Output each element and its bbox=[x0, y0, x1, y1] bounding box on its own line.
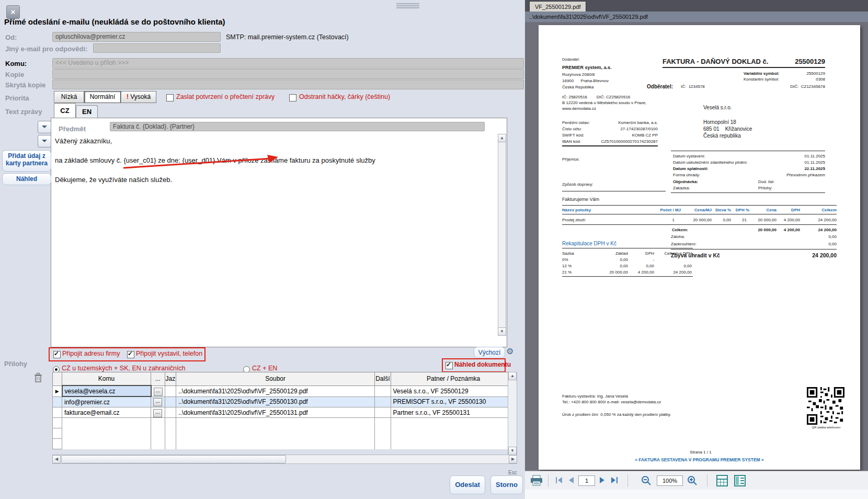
priority-low-button[interactable]: Nízká bbox=[54, 91, 84, 103]
items-total-sum: 24 200,00 bbox=[800, 228, 837, 232]
scroll-down-icon[interactable]: ▼ bbox=[498, 327, 506, 336]
cell-komu[interactable]: fakturace@email.cz bbox=[62, 407, 151, 418]
table-row: ▶ vesela@vesela.cz ... ..\dokument\fa31\… bbox=[53, 385, 517, 396]
header-komu[interactable]: Komu bbox=[62, 372, 151, 386]
header-dalsi[interactable]: Další bbox=[375, 372, 391, 386]
header-dots[interactable]: ... bbox=[151, 372, 165, 386]
layout-view-icon[interactable] bbox=[734, 475, 746, 486]
subject-insert-field-button[interactable] bbox=[38, 121, 51, 133]
body-insert-field-button[interactable] bbox=[38, 135, 51, 148]
bank-value: KOMB CZ PP bbox=[590, 133, 658, 138]
cell-dots[interactable]: ... bbox=[151, 385, 165, 396]
priority-normal-button[interactable]: Normální bbox=[84, 91, 121, 103]
grid-view-icon[interactable] bbox=[716, 475, 728, 486]
zoom-out-icon[interactable] bbox=[641, 475, 652, 486]
send-button[interactable]: Odeslat bbox=[450, 475, 485, 494]
strip-diacritics-checkbox[interactable] bbox=[289, 93, 296, 103]
cell-dalsi[interactable] bbox=[375, 396, 391, 407]
next-page-icon[interactable] bbox=[599, 477, 606, 484]
cell-partner[interactable]: Veselá s.r.o., VF 25500129 bbox=[391, 385, 516, 396]
dod-list-label: Dod. list: bbox=[758, 179, 774, 184]
interest-note: Úrok z prodlení činí 0,050 % za každý de… bbox=[562, 412, 671, 417]
trash-icon[interactable] bbox=[33, 372, 43, 383]
date-label: Datum uskutečnění zdanitelného plnění: bbox=[673, 160, 748, 165]
cell-dots[interactable]: ... bbox=[151, 407, 165, 418]
cell-jaz[interactable] bbox=[165, 407, 176, 418]
header-partner[interactable]: Patner / Poznámka bbox=[391, 372, 516, 386]
cell-dalsi[interactable] bbox=[375, 385, 391, 396]
cell-partner[interactable]: PREMISOFT s.r.o., VF 25500130 bbox=[391, 396, 516, 407]
browse-button[interactable]: ... bbox=[153, 409, 162, 417]
cell-soubor[interactable]: ..\dokument\fa31\2025\od\vf\VF_25500130.… bbox=[176, 396, 375, 407]
pdf-tab[interactable]: VF_25500129.pdf bbox=[529, 1, 586, 12]
page-number-input[interactable]: 1 bbox=[578, 475, 595, 486]
cell-komu[interactable]: vesela@vesela.cz bbox=[62, 385, 151, 396]
date-label: Datum splatnosti: bbox=[673, 166, 709, 171]
scroll-up-icon[interactable]: ▲ bbox=[508, 372, 517, 380]
issued-by: Fakturu vystavil/a: Ing. Jana Veselá bbox=[562, 394, 628, 399]
drag-handle[interactable] bbox=[396, 3, 419, 9]
customer-dic: DIČ: CZ12345678 bbox=[773, 84, 825, 89]
message-scrollbar[interactable]: ▲ ▼ bbox=[498, 134, 506, 336]
table-row-empty bbox=[53, 439, 517, 449]
scroll-right-icon[interactable]: ▶ bbox=[509, 455, 517, 463]
bank-label: Číslo účtu: bbox=[562, 127, 582, 131]
scrollbar-thumb[interactable] bbox=[61, 455, 286, 463]
scroll-up-icon[interactable]: ▲ bbox=[498, 134, 506, 142]
last-page-icon[interactable] bbox=[611, 477, 618, 484]
vat-header: Sazba bbox=[562, 251, 574, 256]
attach-address-checkbox[interactable] bbox=[53, 350, 61, 359]
divider bbox=[562, 276, 693, 277]
table-row: info@premier.cz ... ..\dokument\fa31\202… bbox=[53, 396, 517, 407]
add-partner-data-button[interactable]: Přidat údaj z karty partnera bbox=[2, 150, 51, 172]
first-page-icon[interactable] bbox=[555, 477, 563, 484]
subject-field[interactable]: Faktura č. {Doklad}. {Partner} bbox=[110, 122, 485, 131]
cell-partner[interactable]: Partner s.r.o., VF 25500131 bbox=[391, 407, 516, 418]
to-field[interactable]: <<< Uvedeno u příloh >>> bbox=[52, 58, 524, 69]
items-header: Celkem bbox=[800, 208, 837, 212]
message-body-area[interactable] bbox=[51, 118, 507, 347]
supplier-name: PREMIER system, a.s. bbox=[562, 65, 612, 70]
scroll-down-icon[interactable]: ▼ bbox=[508, 447, 517, 455]
header-soubor[interactable]: Soubor bbox=[176, 372, 375, 386]
page-number: Strana 1 / 1 bbox=[672, 450, 729, 455]
cell-jaz[interactable] bbox=[165, 396, 176, 407]
vat-row-rate: 0% bbox=[562, 257, 568, 262]
due-label: Zbývá uhradit v Kč bbox=[671, 252, 720, 258]
from-field[interactable]: opluschilova@premier.cz bbox=[52, 32, 221, 42]
browse-button[interactable]: ... bbox=[154, 388, 163, 396]
cc-field[interactable] bbox=[52, 69, 524, 79]
cell-soubor[interactable]: ..\dokument\fa31\2025\od\vf\VF_25500129.… bbox=[176, 385, 375, 396]
attach-issuer-checkbox[interactable] bbox=[127, 350, 134, 359]
cancel-button[interactable]: Storno bbox=[490, 475, 523, 494]
cell-komu[interactable]: info@premier.cz bbox=[62, 396, 151, 407]
print-icon[interactable] bbox=[530, 475, 543, 486]
cell-dalsi[interactable] bbox=[375, 407, 391, 418]
scroll-left-icon[interactable]: ◀ bbox=[52, 455, 61, 463]
cell-jaz[interactable] bbox=[165, 385, 176, 396]
preview-button[interactable]: Náhled bbox=[2, 173, 51, 185]
attachments-h-scrollbar[interactable]: ◀ ▶ bbox=[52, 455, 517, 464]
browse-button[interactable]: ... bbox=[153, 398, 162, 406]
tab-en[interactable]: EN bbox=[76, 105, 98, 118]
header-jaz[interactable]: Jaz bbox=[165, 372, 176, 386]
read-receipt-checkbox[interactable] bbox=[166, 93, 174, 103]
zaloha-label: Záloha: bbox=[671, 234, 685, 239]
customer-country: Česká republika bbox=[703, 133, 741, 139]
gear-icon[interactable]: ⚙ bbox=[506, 346, 513, 356]
reply-field[interactable] bbox=[93, 43, 221, 53]
subject-label: Předmět bbox=[59, 125, 86, 133]
default-template-button[interactable]: Výchozí bbox=[474, 347, 505, 358]
previous-page-icon[interactable] bbox=[568, 477, 574, 484]
cell-dots[interactable]: ... bbox=[151, 396, 165, 407]
zoom-in-icon[interactable] bbox=[687, 475, 698, 486]
bcc-field[interactable] bbox=[52, 80, 524, 89]
zaloha-value: 0,00 bbox=[784, 234, 837, 239]
preview-doc-checkbox[interactable] bbox=[446, 361, 453, 370]
cell-soubor[interactable]: ..\dokument\fa31\2025\od\vf\VF_25500131.… bbox=[176, 407, 375, 418]
attachments-v-scrollbar[interactable]: ▲ ▼ bbox=[508, 372, 517, 455]
zoom-level-input[interactable]: 100% bbox=[657, 475, 683, 486]
supplier-country: Česká Republika bbox=[562, 85, 593, 89]
tab-cz[interactable]: CZ bbox=[54, 103, 76, 118]
priority-high-button[interactable]: ! Vysoká bbox=[121, 91, 156, 103]
